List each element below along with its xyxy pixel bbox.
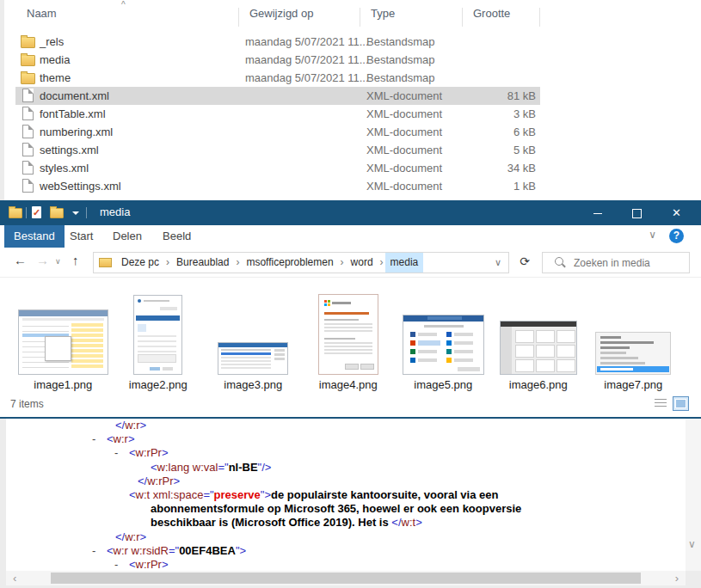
- address-bar[interactable]: Deze pc›Bureaublad›msofficeproblemen›wor…: [93, 252, 509, 273]
- file-item-image3[interactable]: image3.png: [206, 283, 301, 391]
- file-row[interactable]: styles.xmlXML-document34 kB: [4, 159, 701, 177]
- titlebar-separator: [26, 207, 27, 218]
- breadcrumb-segment[interactable]: msofficeproblemen: [241, 253, 338, 273]
- file-type: Bestandsmap: [366, 35, 435, 48]
- breadcrumb-chevron-icon[interactable]: ›: [339, 253, 346, 273]
- breadcrumb-segment[interactable]: Deze pc: [116, 253, 164, 273]
- tab-bestand[interactable]: Bestand: [4, 225, 65, 248]
- breadcrumb-segment[interactable]: media: [385, 253, 424, 273]
- scroll-right-icon[interactable]: ›: [675, 572, 679, 585]
- tab-start[interactable]: Start: [60, 225, 102, 248]
- file-label: image5.png: [414, 378, 472, 391]
- file-icon: [22, 107, 34, 120]
- thumbnail-app-picker-screenshot: [403, 315, 484, 375]
- collapse-toggle-icon[interactable]: -: [92, 432, 95, 446]
- explorer-titlebar[interactable]: ✓ media ✕: [0, 200, 701, 225]
- breadcrumb-chevron-icon[interactable]: ›: [378, 253, 385, 273]
- file-row[interactable]: document.xmlXML-document81 kB: [4, 87, 701, 105]
- close-button[interactable]: ✕: [657, 200, 696, 225]
- file-type: XML-document: [366, 162, 442, 175]
- up-button[interactable]: ↑: [72, 253, 79, 267]
- tab-beeld[interactable]: Beeld: [153, 225, 200, 248]
- breadcrumb-segment[interactable]: word: [346, 253, 378, 273]
- xml-tag-name: w:r: [125, 530, 139, 543]
- scroll-left-icon[interactable]: ‹: [13, 572, 16, 585]
- breadcrumb-segment[interactable]: Bureaublad: [171, 253, 234, 273]
- maximize-button[interactable]: [618, 200, 656, 225]
- xml-line: </w:r>: [6, 419, 686, 432]
- collapse-toggle-icon[interactable]: -: [114, 558, 118, 571]
- xml-tag-name: w:r: [114, 544, 128, 557]
- file-item-image2[interactable]: image2.png: [111, 283, 206, 391]
- window-title: media: [100, 205, 130, 218]
- file-label: image7.png: [604, 378, 662, 391]
- file-item-image4[interactable]: image4.png: [301, 283, 397, 391]
- thumbnails-view-icon[interactable]: [673, 396, 689, 411]
- collapse-toggle-icon[interactable]: -: [114, 446, 118, 460]
- file-label: image1.png: [34, 378, 92, 391]
- file-item-image7[interactable]: image7.png: [586, 283, 681, 391]
- file-row[interactable]: _relsmaandag 5/07/2021 11...Bestandsmap: [4, 33, 701, 51]
- xml-tag-name: xml:space: [153, 488, 204, 501]
- collapse-toggle-icon[interactable]: -: [92, 544, 95, 558]
- file-row[interactable]: settings.xmlXML-document5 kB: [4, 141, 701, 159]
- search-input[interactable]: [572, 254, 687, 272]
- file-item-image5[interactable]: image5.png: [396, 283, 491, 391]
- vertical-scrollbar[interactable]: ∨: [686, 419, 701, 571]
- xml-punctuation: =": [218, 461, 228, 474]
- xml-tag-name: w:r: [114, 432, 128, 445]
- file-item-image1[interactable]: image1.png: [15, 283, 111, 391]
- file-row[interactable]: webSettings.xmlXML-document1 kB: [4, 177, 701, 195]
- refresh-icon[interactable]: ⟳: [514, 252, 535, 272]
- file-size: 34 kB: [462, 162, 536, 175]
- ribbon-collapse-icon[interactable]: ∨: [649, 229, 656, 241]
- screenshot-root: Naam ^ Gewijzigd op Type Grootte _relsma…: [0, 0, 701, 588]
- breadcrumb-chevron-icon[interactable]: ›: [234, 253, 241, 273]
- file-row[interactable]: fontTable.xmlXML-document3 kB: [4, 105, 701, 123]
- history-dropdown-icon[interactable]: ∨: [55, 257, 61, 266]
- column-header-type[interactable]: Type: [371, 7, 395, 28]
- back-button[interactable]: ←: [14, 253, 27, 267]
- file-label: image2.png: [129, 378, 188, 391]
- column-separator[interactable]: [360, 8, 360, 27]
- file-row[interactable]: numbering.xmlXML-document6 kB: [4, 123, 701, 141]
- horizontal-scrollbar[interactable]: ‹ ›: [6, 571, 686, 585]
- xml-punctuation: </: [391, 516, 401, 529]
- column-separator[interactable]: [539, 8, 540, 27]
- background-file-list: Naam ^ Gewijzigd op Type Grootte _relsma…: [0, 0, 701, 200]
- column-separator[interactable]: [462, 8, 463, 27]
- column-header-naam[interactable]: Naam: [27, 7, 57, 28]
- breadcrumb-chevron-icon[interactable]: ›: [164, 253, 171, 273]
- minimize-button[interactable]: [578, 200, 617, 225]
- file-type: Bestandsmap: [366, 53, 435, 66]
- address-dropdown-icon[interactable]: ∨: [495, 253, 501, 273]
- file-row[interactable]: mediamaandag 5/07/2021 11...Bestandsmap: [4, 51, 701, 69]
- file-icon: [22, 179, 34, 193]
- tab-delen[interactable]: Delen: [103, 225, 151, 248]
- column-separator[interactable]: [238, 8, 239, 27]
- xml-tag-name: w:t: [402, 516, 416, 529]
- file-row[interactable]: thememaandag 5/07/2021 11...Bestandsmap: [4, 69, 701, 87]
- xml-punctuation: >: [162, 446, 169, 459]
- quick-access-dropdown-icon[interactable]: [72, 211, 79, 218]
- file-type: XML-document: [366, 180, 442, 193]
- xml-line: -<w:r>: [6, 432, 686, 446]
- file-item-image6[interactable]: image6.png: [491, 283, 587, 391]
- details-view-icon[interactable]: [655, 399, 667, 409]
- quick-access-folder-icon[interactable]: [50, 208, 64, 218]
- column-header-gewijzigd-op[interactable]: Gewijzigd op: [249, 7, 313, 28]
- horizontal-scroll-thumb[interactable]: [51, 573, 641, 584]
- forward-button[interactable]: →: [36, 253, 49, 267]
- xml-punctuation: =": [203, 488, 213, 501]
- folder-icon: [21, 73, 35, 84]
- scroll-down-icon[interactable]: ∨: [688, 538, 696, 550]
- folder-icon: [21, 37, 35, 48]
- thumbnail-small-dialog-screenshot: [218, 342, 288, 375]
- search-box[interactable]: [542, 252, 690, 273]
- thumbnail-explorer-screenshot: [18, 309, 108, 375]
- help-icon[interactable]: ?: [669, 229, 684, 243]
- file-type: XML-document: [366, 126, 442, 138]
- quick-access-check-icon[interactable]: ✓: [32, 206, 41, 218]
- xml-punctuation: ">: [236, 544, 246, 557]
- column-header-grootte[interactable]: Grootte: [473, 7, 510, 28]
